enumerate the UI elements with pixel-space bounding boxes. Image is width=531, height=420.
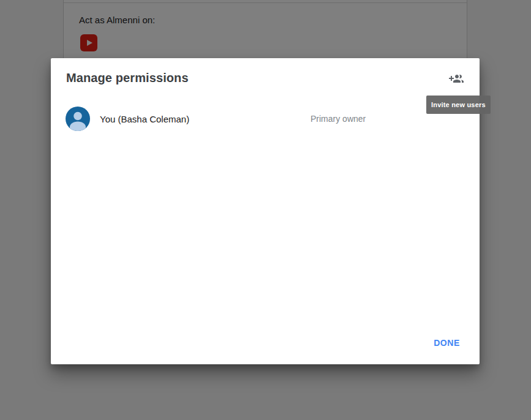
person-icon (66, 107, 90, 131)
member-row: You (Basha Coleman) Primary owner (66, 107, 465, 131)
done-button[interactable]: DONE (429, 332, 465, 354)
member-role: Primary owner (311, 114, 366, 124)
manage-permissions-dialog: Manage permissions Invite new users You … (51, 58, 480, 364)
page: Act as Almenni on: Manage permissions In… (0, 0, 531, 420)
member-name: You (Basha Coleman) (100, 114, 189, 124)
invite-new-users-button[interactable] (445, 68, 467, 90)
dialog-title: Manage permissions (66, 71, 189, 85)
group-add-icon (449, 72, 464, 86)
avatar (66, 107, 90, 131)
